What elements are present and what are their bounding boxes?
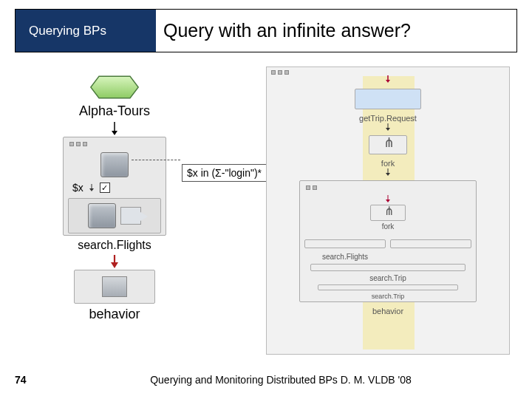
arrow-icon xyxy=(385,168,391,176)
row-box xyxy=(310,264,466,271)
fork-node-1: ⋔ xyxy=(369,135,407,154)
behavior-label-right: behavior xyxy=(277,307,499,316)
svg-marker-14 xyxy=(386,200,390,202)
arrow-icon xyxy=(385,74,391,84)
arrow-down-icon xyxy=(111,122,118,135)
alpha-tours-label: Alpha-Tours xyxy=(22,103,207,119)
page-number: 74 xyxy=(15,374,44,386)
inner-box xyxy=(304,239,386,248)
gettrip-node xyxy=(355,89,421,109)
panel-dots xyxy=(68,142,161,148)
sub-panel xyxy=(68,198,161,233)
arrow-icon xyxy=(385,194,391,203)
footer-text: Querying and Monitoring Distributed BPs … xyxy=(44,374,517,386)
variable-label: $x xyxy=(72,182,83,194)
task-node xyxy=(100,152,129,177)
inner-box xyxy=(390,239,471,248)
header-title-text: Query with an infinite answer? xyxy=(163,20,411,41)
end-node xyxy=(102,276,127,297)
footer: 74 Querying and Monitoring Distributed B… xyxy=(15,374,517,386)
fork-icon: ⋔ xyxy=(369,136,406,149)
nested-panel: ⋔ fork search.Flights search.Trip search… xyxy=(299,180,477,302)
slide-header: Querying BPs Query with an infinite answ… xyxy=(15,9,517,52)
svg-marker-12 xyxy=(386,173,390,176)
svg-marker-6 xyxy=(111,262,118,268)
end-panel xyxy=(74,270,155,304)
checkbox-icon: ✓ xyxy=(100,183,110,193)
svg-marker-2 xyxy=(112,131,117,135)
constraint-box: $x in (Σ-"login")* xyxy=(182,164,267,182)
red-arrow-icon xyxy=(110,255,119,268)
searchtrip2-label: search.Trip xyxy=(304,293,471,300)
svg-marker-0 xyxy=(91,76,138,98)
header-tab: Querying BPs xyxy=(16,10,156,52)
header-title: Query with an infinite answer? xyxy=(156,10,516,52)
left-diagram: Alpha-Tours $x in (Σ-"login")* $x ✓ sear… xyxy=(22,74,207,322)
header-tab-label: Querying BPs xyxy=(29,24,106,38)
fork-label-2: fork xyxy=(304,222,471,231)
mini-arrow-icon xyxy=(88,184,95,191)
callout-icon xyxy=(120,207,141,225)
search-flights-label: search.Flights xyxy=(22,239,207,252)
svg-marker-4 xyxy=(89,188,94,191)
arrow-icon xyxy=(385,123,391,131)
sub-task-node xyxy=(88,203,116,228)
behavior-label: behavior xyxy=(22,307,207,322)
searchtrip-label: search.Trip xyxy=(304,274,471,282)
panel-dots-right xyxy=(267,67,509,73)
gettrip-label: getTrip.Request xyxy=(277,114,499,123)
fork-node-2: ⋔ xyxy=(370,205,406,221)
row-box xyxy=(318,284,458,290)
searchflights-label: search.Flights xyxy=(304,253,386,261)
fork-icon: ⋔ xyxy=(371,205,405,217)
hexagon-node xyxy=(89,74,140,100)
svg-marker-10 xyxy=(386,128,390,131)
right-diagram: getTrip.Request ⋔ fork ⋔ fork search.Fli… xyxy=(266,66,510,355)
variable-row: $x ✓ xyxy=(68,182,161,194)
svg-marker-8 xyxy=(386,80,390,83)
right-column: getTrip.Request ⋔ fork ⋔ fork search.Fli… xyxy=(277,73,499,316)
process-panel: $x in (Σ-"login")* $x ✓ xyxy=(63,137,166,236)
constraint-text: $x in (Σ-"login")* xyxy=(187,167,262,179)
fork-label-1: fork xyxy=(277,159,499,168)
